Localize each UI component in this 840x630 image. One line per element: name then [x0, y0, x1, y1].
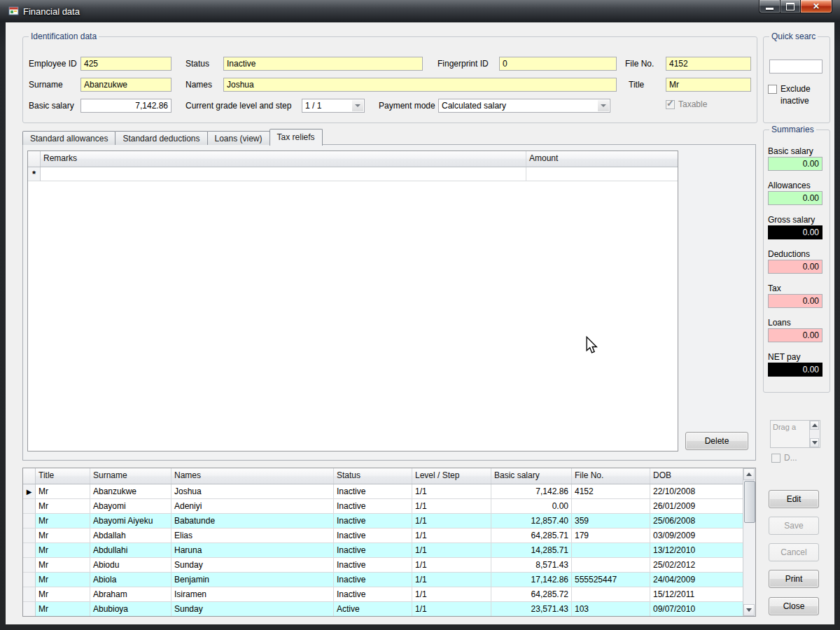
cell-title[interactable]: Mr [36, 514, 90, 528]
column-header-remarks[interactable]: Remarks [41, 151, 526, 167]
title-field[interactable] [666, 78, 751, 92]
column-header-title[interactable]: Title [36, 468, 90, 484]
cell-level-step[interactable]: 1/1 [412, 484, 491, 499]
cell-file-no[interactable] [572, 543, 650, 558]
status-field[interactable] [223, 57, 423, 71]
cell-level-step[interactable]: 1/1 [412, 602, 491, 617]
employee-row-abiola[interactable]: MrAbiolaBenjaminInactive1/117,142.865555… [23, 573, 755, 587]
cell-status[interactable]: Active [334, 602, 412, 617]
cell-dob[interactable]: 25/02/2012 [650, 558, 743, 573]
tab-loans-view[interactable]: Loans (view) [207, 131, 270, 145]
tab-standard-allowances[interactable]: Standard allowances [22, 131, 115, 145]
cell-level-step[interactable]: 1/1 [412, 528, 491, 543]
employees-scrollbar[interactable] [743, 468, 755, 616]
column-header-surname[interactable]: Surname [90, 468, 172, 484]
cell-dob[interactable]: 24/04/2009 [650, 573, 743, 587]
minimize-button[interactable] [759, 0, 780, 13]
employee-row-abraham[interactable]: MrAbrahamIsiramenInactive1/164,285.7215/… [23, 587, 755, 602]
cell-surname[interactable]: Abiodu [90, 558, 172, 573]
grade-level-dropdown-icon[interactable] [352, 100, 363, 111]
cancel-button[interactable]: Cancel [769, 543, 819, 561]
close-button[interactable]: Close [769, 597, 819, 615]
scroll-down-button[interactable] [743, 604, 755, 616]
tax-reliefs-grid[interactable]: Remarks Amount * [27, 150, 678, 451]
exclude-inactive-checkbox-box[interactable] [768, 85, 777, 94]
cell-title[interactable]: Mr [36, 528, 90, 543]
cell-surname[interactable]: Abiola [90, 573, 172, 587]
scroll-up-button[interactable] [743, 468, 755, 480]
cell-names[interactable]: Sunday [172, 558, 334, 573]
employee-row-abiodu[interactable]: MrAbioduSundayInactive1/18,571.4325/02/2… [23, 558, 755, 573]
column-header-amount[interactable]: Amount [526, 151, 678, 167]
cell-surname[interactable]: Abubioya [90, 602, 172, 617]
column-header-level-step[interactable]: Level / Step [412, 468, 491, 484]
cell-level-step[interactable]: 1/1 [412, 558, 491, 573]
titlebar[interactable]: Financial data ✕ [0, 0, 840, 22]
tab-standard-deductions[interactable]: Standard deductions [115, 131, 207, 145]
cell-file-no[interactable]: 555525447 [572, 573, 650, 587]
cell-status[interactable]: Inactive [334, 499, 412, 514]
surname-field[interactable] [80, 78, 172, 92]
cell-file-no[interactable]: 4152 [572, 484, 650, 499]
cell-dob[interactable]: 13/12/2010 [650, 543, 743, 558]
employee-row-abdullahi[interactable]: MrAbdullahiHarunaInactive1/114,285.7113/… [23, 543, 755, 558]
cell-status[interactable]: Inactive [334, 484, 412, 499]
cell-file-no[interactable] [572, 499, 650, 514]
payment-mode-combo[interactable]: Calculated salary [438, 99, 610, 113]
new-row[interactable]: * [28, 167, 678, 181]
cell-names[interactable]: Joshua [172, 484, 334, 499]
payment-mode-dropdown-icon[interactable] [598, 100, 609, 111]
cell-dob[interactable]: 03/09/2009 [650, 528, 743, 543]
employee-row-abdallah[interactable]: MrAbdallahEliasInactive1/164,285.7117903… [23, 528, 755, 543]
employee-row-abanzukwe[interactable]: ▶MrAbanzukweJoshuaInactive1/17,142.86415… [23, 484, 755, 499]
cell-dob[interactable]: 15/12/2011 [650, 587, 743, 602]
cell-names[interactable]: Isiramen [172, 587, 334, 602]
cell-level-step[interactable]: 1/1 [412, 514, 491, 528]
column-header-names[interactable]: Names [172, 468, 334, 484]
print-button[interactable]: Print [769, 570, 819, 588]
cell-title[interactable]: Mr [36, 499, 90, 514]
cell-dob[interactable]: 25/06/2008 [650, 514, 743, 528]
edit-button[interactable]: Edit [769, 490, 819, 508]
column-header-file-no[interactable]: File No. [572, 468, 650, 484]
close-window-button[interactable]: ✕ [800, 0, 832, 13]
cell-names[interactable]: Elias [172, 528, 334, 543]
cell-basic-salary[interactable]: 64,285.71 [491, 528, 572, 543]
cell-names[interactable]: Benjamin [172, 573, 334, 587]
cell-names[interactable]: Adeniyi [172, 499, 334, 514]
column-header-basic-salary[interactable]: Basic salary [491, 468, 572, 484]
cell-title[interactable]: Mr [36, 543, 90, 558]
exclude-inactive-checkbox[interactable]: Exclude inactive [768, 83, 817, 107]
cell-names[interactable]: Sunday [172, 602, 334, 617]
cell-surname[interactable]: Abanzukwe [90, 484, 172, 499]
cell-title[interactable]: Mr [36, 587, 90, 602]
cell-basic-salary[interactable]: 14,285.71 [491, 543, 572, 558]
cell-basic-salary[interactable]: 23,571.43 [491, 602, 572, 617]
cell-file-no[interactable] [572, 558, 650, 573]
cell-surname[interactable]: Abdullahi [90, 543, 172, 558]
employee-id-field[interactable] [80, 57, 172, 71]
employee-row-abubioya[interactable]: MrAbubioyaSundayActive1/123,571.4310309/… [23, 602, 755, 617]
employees-grid[interactable]: TitleSurnameNamesStatusLevel / StepBasic… [22, 468, 756, 617]
cell-basic-salary[interactable]: 64,285.72 [491, 587, 572, 602]
cell-basic-salary[interactable]: 0.00 [491, 499, 572, 514]
cell-basic-salary[interactable]: 12,857.40 [491, 514, 572, 528]
new-row-amount-cell[interactable] [526, 167, 678, 181]
cell-status[interactable]: Inactive [334, 543, 412, 558]
cell-status[interactable]: Inactive [334, 528, 412, 543]
cell-title[interactable]: Mr [36, 573, 90, 587]
cell-dob[interactable]: 09/07/2010 [650, 602, 743, 617]
employee-row-abayomi[interactable]: MrAbayomiAdeniyiInactive1/10.0026/01/200… [23, 499, 755, 514]
cell-title[interactable]: Mr [36, 484, 90, 499]
cell-level-step[interactable]: 1/1 [412, 543, 491, 558]
cell-dob[interactable]: 26/01/2009 [650, 499, 743, 514]
employee-row-abayomi-aiyeku[interactable]: MrAbayomi AiyekuBabatundeInactive1/112,8… [23, 514, 755, 528]
scrollbar-thumb[interactable] [744, 481, 755, 523]
cell-status[interactable]: Inactive [334, 587, 412, 602]
cell-surname[interactable]: Abayomi Aiyeku [90, 514, 172, 528]
names-field[interactable] [223, 78, 617, 92]
grade-level-combo[interactable]: 1 / 1 [302, 99, 365, 113]
column-header-dob[interactable]: DOB [650, 468, 743, 484]
delete-button[interactable]: Delete [685, 432, 748, 450]
cell-title[interactable]: Mr [36, 558, 90, 573]
